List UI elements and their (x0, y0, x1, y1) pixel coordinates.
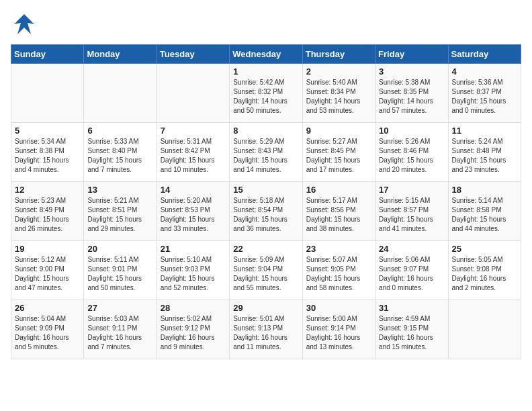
day-number: 6 (87, 126, 152, 136)
day-number: 26 (15, 303, 80, 313)
day-info: Sunrise: 5:09 AMSunset: 9:04 PMDaylight:… (233, 255, 298, 293)
day-info: Sunrise: 5:38 AMSunset: 8:35 PMDaylight:… (379, 78, 444, 116)
day-info: Sunrise: 5:05 AMSunset: 9:08 PMDaylight:… (452, 255, 517, 293)
day-cell: 10Sunrise: 5:26 AMSunset: 8:46 PMDayligh… (375, 123, 448, 182)
day-number: 17 (379, 185, 444, 195)
day-cell: 15Sunrise: 5:18 AMSunset: 8:54 PMDayligh… (230, 182, 302, 241)
day-info: Sunrise: 5:24 AMSunset: 8:48 PMDaylight:… (452, 137, 517, 175)
day-cell (157, 64, 229, 123)
day-number: 23 (306, 244, 371, 254)
day-info: Sunrise: 5:18 AMSunset: 8:54 PMDaylight:… (233, 196, 298, 234)
day-number: 25 (452, 244, 517, 254)
header-day-tuesday: Tuesday (157, 45, 229, 64)
header (11, 11, 521, 40)
day-cell: 31Sunrise: 4:59 AMSunset: 9:15 PMDayligh… (375, 300, 448, 359)
day-number: 21 (161, 244, 226, 254)
week-row-3: 12Sunrise: 5:23 AMSunset: 8:49 PMDayligh… (11, 182, 521, 241)
day-info: Sunrise: 5:40 AMSunset: 8:34 PMDaylight:… (306, 78, 371, 116)
day-cell: 18Sunrise: 5:14 AMSunset: 8:58 PMDayligh… (448, 182, 521, 241)
day-info: Sunrise: 5:34 AMSunset: 8:38 PMDaylight:… (15, 137, 80, 175)
day-cell: 11Sunrise: 5:24 AMSunset: 8:48 PMDayligh… (448, 123, 521, 182)
logo-icon (11, 11, 38, 40)
logo-bird-svg (11, 11, 38, 38)
day-cell: 25Sunrise: 5:05 AMSunset: 9:08 PMDayligh… (448, 241, 521, 300)
day-number: 29 (233, 303, 298, 313)
day-cell: 16Sunrise: 5:17 AMSunset: 8:56 PMDayligh… (302, 182, 375, 241)
header-day-monday: Monday (84, 45, 157, 64)
day-cell (11, 64, 84, 123)
day-number: 9 (306, 126, 371, 136)
header-day-thursday: Thursday (302, 45, 375, 64)
day-info: Sunrise: 5:10 AMSunset: 9:03 PMDaylight:… (161, 255, 226, 293)
logo (11, 11, 40, 40)
day-number: 4 (452, 66, 517, 77)
day-info: Sunrise: 4:59 AMSunset: 9:15 PMDaylight:… (379, 314, 444, 352)
day-number: 19 (15, 244, 80, 254)
day-info: Sunrise: 5:42 AMSunset: 8:32 PMDaylight:… (233, 78, 298, 116)
day-cell (84, 64, 157, 123)
day-info: Sunrise: 5:21 AMSunset: 8:51 PMDaylight:… (87, 196, 152, 234)
day-number: 31 (379, 303, 444, 313)
day-cell: 14Sunrise: 5:20 AMSunset: 8:53 PMDayligh… (157, 182, 229, 241)
day-cell: 4Sunrise: 5:36 AMSunset: 8:37 PMDaylight… (448, 64, 521, 123)
day-info: Sunrise: 5:20 AMSunset: 8:53 PMDaylight:… (161, 196, 226, 234)
day-number: 11 (452, 126, 517, 136)
day-cell: 27Sunrise: 5:03 AMSunset: 9:11 PMDayligh… (84, 300, 157, 359)
week-row-5: 26Sunrise: 5:04 AMSunset: 9:09 PMDayligh… (11, 300, 521, 359)
calendar-table: SundayMondayTuesdayWednesdayThursdayFrid… (11, 44, 521, 359)
day-number: 28 (161, 303, 226, 313)
day-info: Sunrise: 5:00 AMSunset: 9:14 PMDaylight:… (306, 314, 371, 352)
day-cell: 23Sunrise: 5:07 AMSunset: 9:05 PMDayligh… (302, 241, 375, 300)
day-info: Sunrise: 5:07 AMSunset: 9:05 PMDaylight:… (306, 255, 371, 293)
day-cell (448, 300, 521, 359)
day-number: 14 (161, 185, 226, 195)
calendar-header: SundayMondayTuesdayWednesdayThursdayFrid… (11, 45, 521, 64)
day-info: Sunrise: 5:14 AMSunset: 8:58 PMDaylight:… (452, 196, 517, 234)
header-day-sunday: Sunday (11, 45, 84, 64)
day-number: 13 (87, 185, 152, 195)
day-cell: 24Sunrise: 5:06 AMSunset: 9:07 PMDayligh… (375, 241, 448, 300)
day-info: Sunrise: 5:01 AMSunset: 9:13 PMDaylight:… (233, 314, 298, 352)
day-number: 8 (233, 126, 298, 136)
day-cell: 21Sunrise: 5:10 AMSunset: 9:03 PMDayligh… (157, 241, 229, 300)
day-info: Sunrise: 5:12 AMSunset: 9:00 PMDaylight:… (15, 255, 80, 293)
day-number: 24 (379, 244, 444, 254)
day-info: Sunrise: 5:06 AMSunset: 9:07 PMDaylight:… (379, 255, 444, 293)
day-info: Sunrise: 5:15 AMSunset: 8:57 PMDaylight:… (379, 196, 444, 234)
day-info: Sunrise: 5:03 AMSunset: 9:11 PMDaylight:… (87, 314, 152, 352)
day-number: 20 (87, 244, 152, 254)
day-cell: 13Sunrise: 5:21 AMSunset: 8:51 PMDayligh… (84, 182, 157, 241)
day-cell: 22Sunrise: 5:09 AMSunset: 9:04 PMDayligh… (230, 241, 302, 300)
day-cell: 9Sunrise: 5:27 AMSunset: 8:45 PMDaylight… (302, 123, 375, 182)
header-day-friday: Friday (375, 45, 448, 64)
day-cell: 17Sunrise: 5:15 AMSunset: 8:57 PMDayligh… (375, 182, 448, 241)
day-info: Sunrise: 5:36 AMSunset: 8:37 PMDaylight:… (452, 78, 517, 116)
header-day-saturday: Saturday (448, 45, 521, 64)
day-number: 1 (233, 66, 298, 77)
day-info: Sunrise: 5:26 AMSunset: 8:46 PMDaylight:… (379, 137, 444, 175)
day-number: 22 (233, 244, 298, 254)
day-info: Sunrise: 5:31 AMSunset: 8:42 PMDaylight:… (161, 137, 226, 175)
day-cell: 1Sunrise: 5:42 AMSunset: 8:32 PMDaylight… (230, 64, 302, 123)
day-cell: 26Sunrise: 5:04 AMSunset: 9:09 PMDayligh… (11, 300, 84, 359)
day-number: 30 (306, 303, 371, 313)
day-cell: 29Sunrise: 5:01 AMSunset: 9:13 PMDayligh… (230, 300, 302, 359)
day-number: 7 (161, 126, 226, 136)
day-info: Sunrise: 5:04 AMSunset: 9:09 PMDaylight:… (15, 314, 80, 352)
day-number: 16 (306, 185, 371, 195)
day-cell: 6Sunrise: 5:33 AMSunset: 8:40 PMDaylight… (84, 123, 157, 182)
day-cell: 28Sunrise: 5:02 AMSunset: 9:12 PMDayligh… (157, 300, 229, 359)
week-row-4: 19Sunrise: 5:12 AMSunset: 9:00 PMDayligh… (11, 241, 521, 300)
header-day-wednesday: Wednesday (230, 45, 302, 64)
day-info: Sunrise: 5:11 AMSunset: 9:01 PMDaylight:… (87, 255, 152, 293)
day-number: 15 (233, 185, 298, 195)
day-number: 2 (306, 66, 371, 77)
svg-marker-0 (14, 14, 34, 34)
day-info: Sunrise: 5:17 AMSunset: 8:56 PMDaylight:… (306, 196, 371, 234)
day-info: Sunrise: 5:23 AMSunset: 8:49 PMDaylight:… (15, 196, 80, 234)
day-number: 5 (15, 126, 80, 136)
calendar-body: 1Sunrise: 5:42 AMSunset: 8:32 PMDaylight… (11, 64, 521, 359)
day-info: Sunrise: 5:33 AMSunset: 8:40 PMDaylight:… (87, 137, 152, 175)
day-number: 18 (452, 185, 517, 195)
day-cell: 3Sunrise: 5:38 AMSunset: 8:35 PMDaylight… (375, 64, 448, 123)
